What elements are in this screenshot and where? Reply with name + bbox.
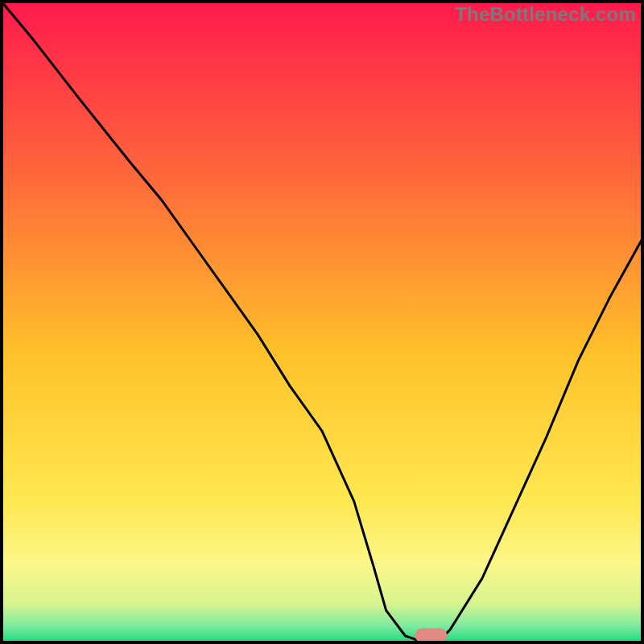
bottleneck-chart: TheBottleneck.com bbox=[0, 0, 644, 644]
chart-svg bbox=[0, 0, 644, 644]
optimal-marker bbox=[415, 628, 447, 642]
plot-background bbox=[2, 2, 642, 642]
watermark-text: TheBottleneck.com bbox=[455, 3, 636, 26]
